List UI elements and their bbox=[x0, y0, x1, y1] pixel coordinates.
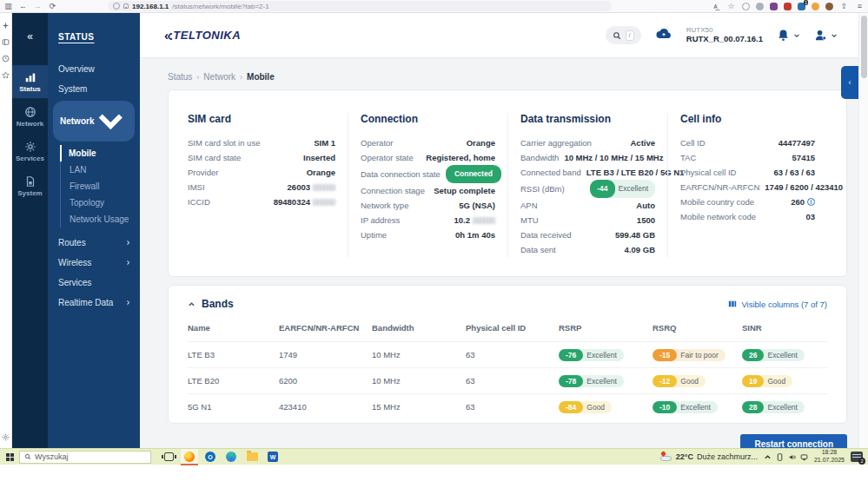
lock-icon[interactable] bbox=[123, 3, 129, 9]
menu-icon[interactable]: ≡ bbox=[855, 2, 865, 11]
rail-item-system[interactable]: System bbox=[12, 169, 48, 202]
column-header[interactable]: RSRP bbox=[559, 323, 653, 333]
column-header[interactable]: SINR bbox=[742, 323, 827, 333]
bookmark-star-icon[interactable]: ☆ bbox=[726, 2, 736, 11]
sidebar-item-wireless[interactable]: Wireless bbox=[48, 253, 140, 273]
info-value: 4.09 GB bbox=[625, 242, 655, 257]
taskbar-word[interactable]: W bbox=[264, 449, 282, 465]
sim-rows: SIM card slot in useSIM 1SIM card stateI… bbox=[188, 135, 335, 209]
extension-blue-icon[interactable]: 1 bbox=[798, 3, 805, 10]
rail-item-status[interactable]: Status bbox=[12, 65, 48, 98]
reload-icon[interactable]: ⟳ bbox=[48, 2, 57, 11]
band-name: 5G N1 bbox=[188, 402, 279, 412]
sidebar-item-mobile[interactable]: Mobile bbox=[60, 145, 141, 162]
volume-icon[interactable] bbox=[788, 453, 796, 461]
info-value: 599.48 GB bbox=[615, 228, 655, 242]
extension-orange-icon[interactable] bbox=[812, 3, 819, 10]
signal-value: -76 bbox=[559, 349, 583, 361]
tracking-protection-icon[interactable] bbox=[113, 3, 120, 10]
column-header[interactable]: Name bbox=[188, 323, 279, 333]
sidebar-item-topology[interactable]: Topology bbox=[61, 195, 140, 211]
sim-card-section: SIM card SIM card slot in useSIM 1SIM ca… bbox=[188, 113, 348, 257]
rail-item-services[interactable]: Services bbox=[12, 135, 48, 168]
global-search[interactable]: / bbox=[606, 26, 641, 44]
breadcrumb-network[interactable]: Network bbox=[203, 72, 235, 82]
network-icon[interactable] bbox=[800, 453, 808, 461]
taskbar-weather[interactable]: 22°C Duże zachmurz... bbox=[660, 452, 758, 461]
info-row: IP address10.2 bbox=[361, 213, 495, 228]
chevron-left-icon: ‹ bbox=[849, 78, 851, 87]
adblock-shield-icon[interactable] bbox=[784, 3, 792, 10]
info-row: Uptime0h 1m 40s bbox=[361, 228, 495, 242]
sidebar-item-services[interactable]: Services bbox=[48, 273, 140, 293]
taskbar-explorer[interactable] bbox=[243, 449, 261, 465]
info-label: ICCID bbox=[188, 195, 210, 209]
info-row: Carrier aggregationActive bbox=[520, 135, 655, 150]
info-icon[interactable]: i bbox=[807, 198, 815, 206]
history-clock-icon[interactable] bbox=[2, 55, 10, 63]
info-row: RSSI (dBm)-44Excellent bbox=[520, 180, 655, 198]
sync-extension-icon[interactable] bbox=[756, 3, 764, 10]
notification-center-button[interactable]: 2 bbox=[851, 452, 863, 462]
info-label: Network type bbox=[361, 198, 408, 213]
translate-icon[interactable]: ᴀ̲ bbox=[711, 2, 720, 11]
column-header[interactable]: Physical cell ID bbox=[466, 323, 559, 333]
sidebar-item-firewall[interactable]: Firewall bbox=[61, 178, 140, 195]
ai-sparkle-icon[interactable] bbox=[2, 22, 10, 30]
restart-connection-button[interactable]: Restart connection bbox=[740, 434, 847, 448]
panel-toggle-tab[interactable]: ‹ bbox=[841, 66, 858, 99]
rail-item-network[interactable]: Network bbox=[12, 100, 48, 133]
rms-cloud-icon[interactable] bbox=[655, 28, 673, 43]
band-bandwidth: 10 MHz bbox=[372, 376, 466, 386]
notification-badge: 2 bbox=[858, 458, 865, 465]
column-header[interactable]: Bandwidth bbox=[372, 323, 466, 333]
hidden-icons-chevron[interactable] bbox=[764, 453, 772, 461]
sidebar-collapse-button[interactable]: « bbox=[27, 30, 33, 43]
taskbar-clock[interactable]: 18:28 21.07.2025 bbox=[814, 449, 845, 465]
url-bar[interactable]: 192.168.1.1/status/network/mobile?tab=2-… bbox=[108, 1, 612, 11]
weather-temp: 22°C bbox=[676, 452, 693, 461]
breadcrumb-status[interactable]: Status bbox=[168, 72, 192, 82]
settings-gear-icon[interactable] bbox=[2, 433, 10, 441]
band-pci: 63 bbox=[466, 402, 559, 412]
sidebar-item-network[interactable]: Network bbox=[53, 101, 135, 142]
info-label: IP address bbox=[361, 213, 400, 228]
taskbar-firefox[interactable] bbox=[181, 449, 198, 465]
start-button[interactable] bbox=[0, 449, 19, 465]
page-content: Status › Network › Mobile SIM card SIM c… bbox=[140, 58, 858, 448]
sidebar-item-realtime-data[interactable]: Realtime Data bbox=[48, 293, 140, 313]
user-menu[interactable] bbox=[814, 29, 838, 42]
sidebar-item-overview[interactable]: Overview bbox=[48, 59, 140, 79]
sidebar-item-system[interactable]: System bbox=[48, 79, 140, 99]
scrollbar-thumb[interactable] bbox=[861, 16, 867, 78]
forward-icon[interactable]: → bbox=[33, 2, 43, 11]
visible-columns-button[interactable]: Visible columns (7 of 7) bbox=[728, 300, 827, 309]
sidebar-item-network-usage[interactable]: Network Usage bbox=[61, 211, 140, 228]
info-row: EARFCN/NR-ARFCN1749 / 6200 / 423410 bbox=[680, 180, 815, 195]
info-label: SIM card slot in use bbox=[188, 135, 260, 150]
band-rsrq: -12Good bbox=[653, 375, 742, 387]
sidebar-toggle-icon[interactable]: ▥ bbox=[3, 2, 13, 11]
column-header[interactable]: RSRQ bbox=[653, 323, 742, 333]
info-label: Operator bbox=[361, 135, 394, 150]
column-header[interactable]: EARFCN/NR-ARFCN bbox=[279, 323, 372, 333]
extension-brown-icon[interactable] bbox=[825, 3, 833, 10]
tabs-icon[interactable] bbox=[2, 38, 10, 46]
bookmarks-star-icon[interactable] bbox=[2, 71, 10, 79]
sidebar-item-routes[interactable]: Routes bbox=[48, 233, 140, 253]
share-icon[interactable]: ⇪ bbox=[839, 2, 849, 11]
privacy-shield-icon[interactable] bbox=[770, 3, 778, 10]
taskbar-search[interactable]: Wyszukaj bbox=[19, 451, 151, 464]
info-label: Data sent bbox=[520, 242, 556, 257]
taskbar-edge[interactable] bbox=[222, 449, 240, 465]
redacted-blur bbox=[313, 199, 335, 206]
phone-link-icon[interactable] bbox=[776, 453, 784, 461]
page-scrollbar[interactable] bbox=[858, 13, 868, 448]
taskbar-outlook[interactable]: O bbox=[202, 449, 219, 465]
timer-extension-icon[interactable] bbox=[742, 3, 750, 10]
sidebar-item-lan[interactable]: LAN bbox=[61, 162, 140, 178]
back-icon[interactable]: ← bbox=[18, 2, 28, 11]
bands-collapse-toggle[interactable]: Bands bbox=[188, 298, 234, 310]
task-view-button[interactable] bbox=[160, 449, 177, 465]
notifications-menu[interactable] bbox=[777, 29, 800, 42]
